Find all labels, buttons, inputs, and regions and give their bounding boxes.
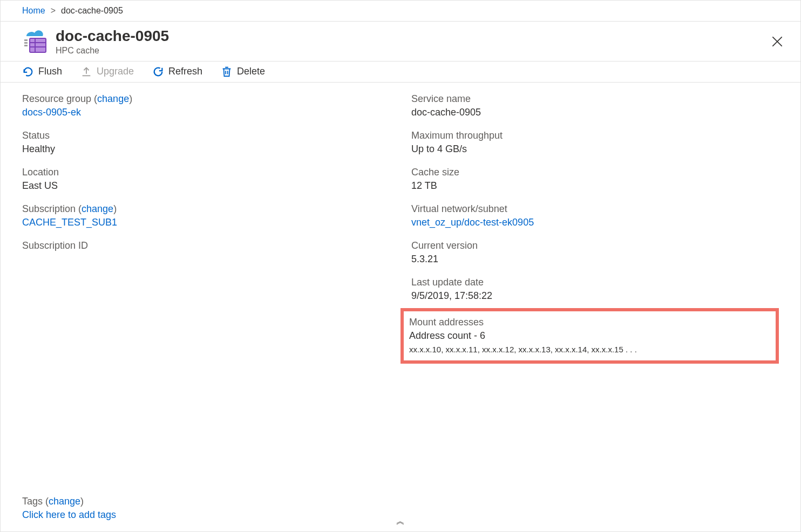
svg-rect-0 bbox=[24, 39, 28, 41]
version-label: Current version bbox=[411, 240, 779, 251]
refresh-button[interactable]: Refresh bbox=[152, 66, 202, 78]
service-name-field: Service name doc-cache-0905 bbox=[411, 93, 779, 118]
mount-addresses-highlight: Mount addresses Address count - 6 xx.x.x… bbox=[400, 308, 779, 364]
location-field: Location East US bbox=[22, 167, 390, 192]
flush-label: Flush bbox=[38, 66, 62, 77]
last-update-value: 9/5/2019, 17:58:22 bbox=[411, 290, 779, 302]
subscription-id-field: Subscription ID bbox=[22, 240, 390, 254]
service-name-label: Service name bbox=[411, 93, 779, 105]
cache-size-field: Cache size 12 TB bbox=[411, 167, 779, 192]
hpc-cache-icon bbox=[22, 29, 48, 54]
cache-size-value: 12 TB bbox=[411, 180, 779, 192]
refresh-label: Refresh bbox=[168, 66, 202, 77]
vnet-field: Virtual network/subnet vnet_oz_up/doc-te… bbox=[411, 203, 779, 228]
subscription-value[interactable]: CACHE_TEST_SUB1 bbox=[22, 217, 390, 228]
svg-rect-1 bbox=[24, 42, 28, 44]
left-column: Resource group (change) docs-0905-ek Sta… bbox=[22, 93, 390, 521]
page-title: doc-cache-0905 bbox=[56, 28, 169, 45]
breadcrumb-current: doc-cache-0905 bbox=[61, 6, 123, 16]
add-tags-link[interactable]: Click here to add tags bbox=[22, 509, 390, 521]
vnet-label: Virtual network/subnet bbox=[411, 203, 779, 215]
page-subtitle: HPC cache bbox=[56, 46, 169, 56]
tags-change-link[interactable]: change bbox=[49, 496, 80, 507]
delete-button[interactable]: Delete bbox=[221, 66, 265, 78]
collapse-toggle[interactable]: ︽ bbox=[396, 516, 405, 527]
flush-icon bbox=[22, 66, 34, 78]
delete-icon bbox=[221, 66, 233, 78]
vnet-value[interactable]: vnet_oz_up/doc-test-ek0905 bbox=[411, 217, 779, 228]
upgrade-button: Upgrade bbox=[80, 66, 134, 78]
service-name-value: doc-cache-0905 bbox=[411, 107, 779, 118]
resource-group-value[interactable]: docs-0905-ek bbox=[22, 107, 390, 118]
upgrade-icon bbox=[80, 66, 92, 78]
last-update-label: Last update date bbox=[411, 277, 779, 288]
resource-group-field: Resource group (change) docs-0905-ek bbox=[22, 93, 390, 118]
breadcrumb: Home > doc-cache-0905 bbox=[1, 1, 800, 22]
refresh-icon bbox=[152, 66, 164, 78]
svg-rect-3 bbox=[30, 38, 46, 52]
max-throughput-label: Maximum throughput bbox=[411, 130, 779, 141]
chevron-up-double-icon: ︽ bbox=[396, 516, 405, 526]
location-value: East US bbox=[22, 180, 390, 192]
resource-group-label: Resource group bbox=[22, 93, 91, 104]
page-header: doc-cache-0905 HPC cache bbox=[1, 22, 800, 61]
chevron-right-icon: > bbox=[51, 6, 56, 16]
close-button[interactable] bbox=[770, 35, 784, 49]
mount-addresses-field: Mount addresses Address count - 6 xx.x.x… bbox=[409, 317, 770, 354]
status-field: Status Healthy bbox=[22, 130, 390, 155]
version-field: Current version 5.3.21 bbox=[411, 240, 779, 265]
resource-group-change-link[interactable]: change bbox=[97, 93, 129, 104]
mount-addresses-list: xx.x.x.10, xx.x.x.11, xx.x.x.12, xx.x.x.… bbox=[409, 345, 770, 354]
flush-button[interactable]: Flush bbox=[22, 66, 62, 78]
upgrade-label: Upgrade bbox=[97, 66, 134, 77]
last-update-field: Last update date 9/5/2019, 17:58:22 bbox=[411, 277, 779, 302]
mount-addresses-count: Address count - 6 bbox=[409, 330, 770, 342]
toolbar: Flush Upgrade Refresh bbox=[1, 61, 800, 83]
max-throughput-value: Up to 4 GB/s bbox=[411, 144, 779, 155]
subscription-field: Subscription (change) CACHE_TEST_SUB1 bbox=[22, 203, 390, 228]
max-throughput-field: Maximum throughput Up to 4 GB/s bbox=[411, 130, 779, 155]
overview-content: Resource group (change) docs-0905-ek Sta… bbox=[1, 83, 800, 531]
subscription-change-link[interactable]: change bbox=[82, 203, 113, 214]
svg-rect-2 bbox=[24, 45, 28, 46]
delete-label: Delete bbox=[237, 66, 265, 77]
tags-label: Tags bbox=[22, 496, 43, 507]
breadcrumb-home[interactable]: Home bbox=[22, 6, 45, 16]
mount-addresses-label: Mount addresses bbox=[409, 317, 770, 328]
subscription-label: Subscription bbox=[22, 203, 76, 214]
status-value: Healthy bbox=[22, 144, 390, 155]
subscription-id-label: Subscription ID bbox=[22, 240, 390, 251]
status-label: Status bbox=[22, 130, 390, 141]
version-value: 5.3.21 bbox=[411, 254, 779, 265]
cache-size-label: Cache size bbox=[411, 167, 779, 178]
tags-field: Tags (change) Click here to add tags bbox=[22, 474, 390, 521]
right-column: Service name doc-cache-0905 Maximum thro… bbox=[411, 93, 779, 521]
location-label: Location bbox=[22, 167, 390, 178]
